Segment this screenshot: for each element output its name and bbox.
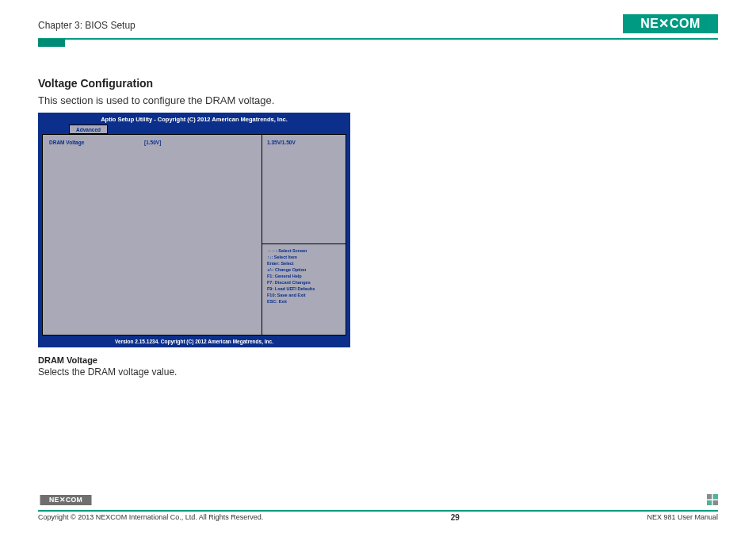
svg-rect-7 <box>713 500 718 505</box>
bios-setting-name: DRAM Voltage <box>49 140 144 145</box>
page-number: 29 <box>263 513 647 522</box>
bios-key-line: F1: General Help <box>267 273 341 279</box>
header-divider <box>38 38 718 40</box>
bios-key-line: F10: Save and Exit <box>267 292 341 298</box>
svg-rect-5 <box>713 494 718 499</box>
bios-tab-advanced: Advanced <box>69 125 108 134</box>
bios-help-text: 1.35V/1.50V <box>267 140 341 145</box>
bios-screenshot: Aptio Setup Utility - Copyright (C) 2012… <box>38 113 350 347</box>
bios-key-line: ESC: Exit <box>267 298 341 305</box>
bios-key-line: Enter: Select <box>267 260 341 266</box>
nexcom-logo-small: NE✕COM <box>38 494 94 508</box>
section-description: This section is used to configure the DR… <box>38 94 718 106</box>
bios-key-line: F7: Discard Changes <box>267 279 341 286</box>
bios-setting-value: [1.50V] <box>144 140 161 145</box>
svg-text:NE✕COM: NE✕COM <box>49 496 82 504</box>
chapter-title: Chapter 3: BIOS Setup <box>38 20 136 31</box>
nexcom-logo: NE✕COM <box>623 14 718 36</box>
bios-settings-pane: DRAM Voltage [1.50V] <box>43 135 262 335</box>
bios-keys-pane: →←: Select Screen ↑↓: Select Item Enter:… <box>262 244 346 335</box>
bios-version-footer: Version 2.15.1234. Copyright (C) 2012 Am… <box>39 337 349 347</box>
footer-grid-icon <box>707 494 718 508</box>
bios-key-line: →←: Select Screen <box>267 247 341 254</box>
footer-divider <box>38 510 718 512</box>
copyright-text: Copyright © 2013 NEXCOM International Co… <box>38 513 263 522</box>
svg-rect-4 <box>707 494 712 499</box>
bios-key-line: F9: Load UEFI Defaults <box>267 286 341 292</box>
section-heading: Voltage Configuration <box>38 77 718 90</box>
svg-text:NE✕COM: NE✕COM <box>640 17 701 30</box>
bios-title-bar: Aptio Setup Utility - Copyright (C) 2012… <box>39 113 349 125</box>
manual-name: NEX 981 User Manual <box>647 513 718 522</box>
item-heading: DRAM Voltage <box>38 355 718 365</box>
item-description: Selects the DRAM voltage value. <box>38 366 718 378</box>
header-tab-accent <box>38 39 65 47</box>
svg-rect-6 <box>707 500 712 505</box>
bios-key-line: ↑↓: Select Item <box>267 254 341 260</box>
bios-key-line: +/-: Change Option <box>267 266 341 273</box>
bios-help-pane: 1.35V/1.50V <box>262 135 346 244</box>
